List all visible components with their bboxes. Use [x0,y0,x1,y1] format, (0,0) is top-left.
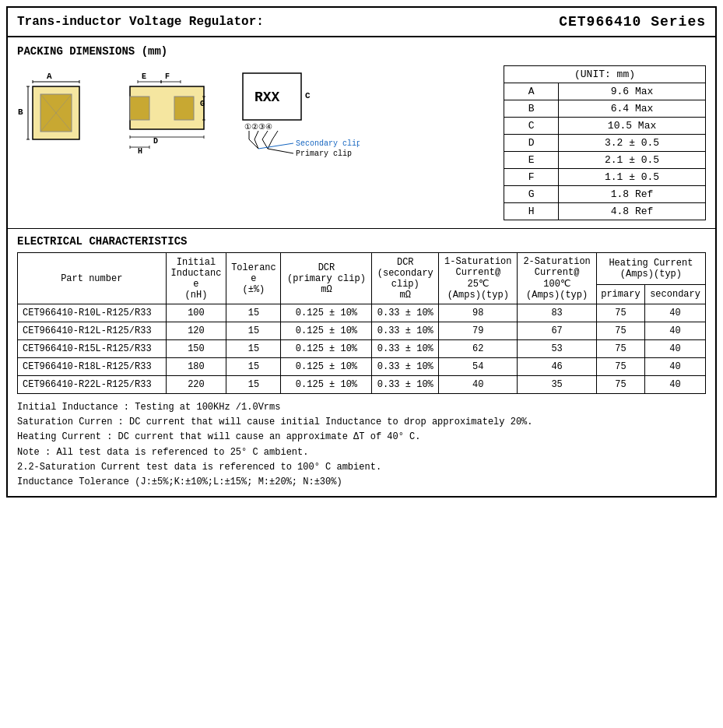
dim-label-C: C [504,118,559,135]
cell-part: CET966410-R10L-R125/R33 [18,304,167,322]
notes-section: Initial Inductance : Testing at 100KHz /… [8,394,715,496]
cell-dcr-secondary: 0.33 ± 10% [372,304,439,322]
dim-row-F: F 1.1 ± 0.5 [504,169,706,186]
cell-heat-primary: 75 [596,340,644,358]
col-header-heating-group: Heating Current(Amps)(typ) [596,253,705,285]
note-line: Saturation Curren : DC current that will… [17,415,706,430]
unit-label: (UNIT: mm) [504,66,706,83]
dim-row-C: C 10.5 Max [504,118,706,135]
col-header-part-number: Part number [18,253,167,304]
diagram-top-view: A B [17,69,103,155]
cell-part: CET966410-R18L-R125/R33 [18,358,167,376]
cell-heat-primary: 75 [596,358,644,376]
notes-container: Initial Inductance : Testing at 100KHz /… [17,400,706,490]
svg-line-43 [249,139,258,149]
cell-sat100: 83 [518,304,596,322]
dim-value-F: 1.1 ± 0.5 [559,169,706,186]
cell-dcr-secondary: 0.33 ± 10% [372,358,439,376]
cell-tolerance: 15 [226,358,281,376]
cell-heat-secondary: 40 [645,322,706,340]
cell-tolerance: 15 [226,376,281,394]
cell-inductance: 220 [166,376,226,394]
title-left: Trans-inductor Voltage Regulator: [17,15,264,29]
cell-sat25: 54 [439,358,518,376]
cell-sat25: 79 [439,322,518,340]
svg-text:B: B [18,107,23,117]
dim-label-H: H [504,203,559,220]
dim-label-B: B [504,100,559,118]
cell-sat100: 67 [518,322,596,340]
dim-value-G: 1.8 Ref [559,186,706,203]
cell-dcr-primary: 0.125 ± 10% [281,340,372,358]
note-line: Heating Current : DC current that will c… [17,430,706,445]
diagram-side-view: E F G [118,69,219,155]
col-header-inductance: InitialInductance(nH) [166,253,226,304]
cell-heat-secondary: 40 [645,304,706,322]
cell-inductance: 150 [166,340,226,358]
table-row: CET966410-R15L-R125/R33 150 15 0.125 ± 1… [18,340,706,358]
svg-line-47 [258,143,293,149]
dim-row-H: H 4.8 Ref [504,203,706,220]
table-row: CET966410-R10L-R125/R33 100 15 0.125 ± 1… [18,304,706,322]
svg-line-41 [262,131,268,139]
packing-title: PACKING DIMENSIONS (mm) [17,45,706,58]
cell-part: CET966410-R15L-R125/R33 [18,340,167,358]
dim-row-G: G 1.8 Ref [504,186,706,203]
svg-text:D: D [153,137,158,146]
svg-text:①②③④: ①②③④ [244,123,272,132]
cell-sat100: 53 [518,340,596,358]
char-table-body: CET966410-R10L-R125/R33 100 15 0.125 ± 1… [18,304,706,394]
cell-heat-secondary: 40 [645,358,706,376]
dim-value-E: 2.1 ± 0.5 [559,152,706,169]
cell-tolerance: 15 [226,340,281,358]
dim-label-E: E [504,152,559,169]
note-line: Note : All test data is referenced to 25… [17,445,706,460]
col-header-heating-secondary: secondary [645,284,706,304]
characteristics-table: Part number InitialInductance(nH) Tolera… [17,252,706,394]
diagram-rxx: RXX C ①②③④ Sec [235,65,360,159]
title-right: CET966410 Series [559,14,706,30]
col-header-heating-primary: primary [596,284,644,304]
cell-heat-secondary: 40 [645,376,706,394]
cell-part: CET966410-R22L-R125/R33 [18,376,167,394]
dimensions-table-wrapper: (UNIT: mm) A 9.6 Max B 6.4 Max C 10.5 Ma… [504,65,706,220]
dim-row-D: D 3.2 ± 0.5 [504,135,706,152]
title-row: Trans-inductor Voltage Regulator: CET966… [8,8,715,37]
svg-line-49 [268,149,293,153]
col-header-dcr-primary: DCR(primary clip)mΩ [281,253,372,304]
dim-value-A: 9.6 Max [559,83,706,100]
cell-inductance: 120 [166,322,226,340]
svg-rect-21 [130,97,149,120]
cell-dcr-primary: 0.125 ± 10% [281,304,372,322]
cell-dcr-primary: 0.125 ± 10% [281,322,372,340]
packing-content: A B [17,65,706,220]
cell-dcr-primary: 0.125 ± 10% [281,376,372,394]
electrical-title: ELECTRICAL CHARACTERISTICS [17,235,706,248]
char-header-row-1: Part number InitialInductance(nH) Tolera… [18,253,706,285]
cell-sat25: 98 [439,304,518,322]
cell-sat25: 40 [439,376,518,394]
svg-text:A: A [47,72,52,81]
svg-text:Secondary clip: Secondary clip [296,139,360,148]
dim-label-F: F [504,169,559,186]
svg-text:E: E [142,72,146,81]
svg-text:F: F [165,72,170,81]
dim-value-H: 4.8 Ref [559,203,706,220]
dim-row-B: B 6.4 Max [504,100,706,118]
note-line: 2.2-Saturation Current test data is refe… [17,460,706,475]
cell-part: CET966410-R12L-R125/R33 [18,322,167,340]
col-header-tolerance: Tolerance(±%) [226,253,281,304]
cell-dcr-primary: 0.125 ± 10% [281,358,372,376]
note-line: Inductance Tolerance (J:±5%;K:±10%;L:±15… [17,475,706,490]
table-row: CET966410-R12L-R125/R33 120 15 0.125 ± 1… [18,322,706,340]
main-container: Trans-inductor Voltage Regulator: CET966… [6,6,717,498]
cell-inductance: 100 [166,304,226,322]
svg-line-42 [272,131,278,139]
dim-value-C: 10.5 Max [559,118,706,135]
cell-tolerance: 15 [226,322,281,340]
dim-label-A: A [504,83,559,100]
cell-dcr-secondary: 0.33 ± 10% [372,376,439,394]
svg-text:C: C [305,91,311,100]
dim-row-A: A 9.6 Max [504,83,706,100]
electrical-section: ELECTRICAL CHARACTERISTICS Part number I… [8,229,715,394]
